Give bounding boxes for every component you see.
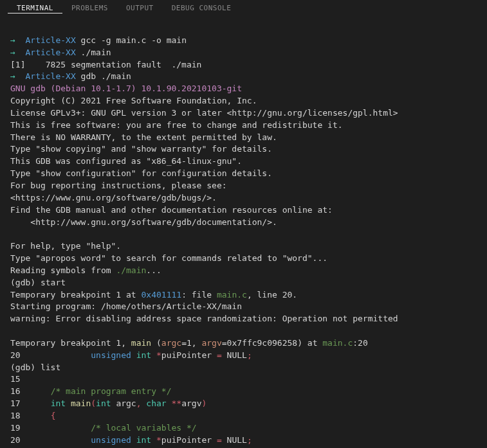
gdb-prompt: (gdb) [10, 278, 41, 287]
var: puiPointer [161, 350, 212, 360]
tab-terminal[interactable]: TERMINAL [8, 3, 62, 14]
comment: /* local variables */ [91, 423, 196, 433]
eq: =1, [181, 338, 201, 348]
bp-mid: : file [181, 290, 217, 300]
bp-post: , line 20. [247, 290, 297, 300]
kw-int: int [96, 399, 111, 408]
prompt-arrow: → [10, 35, 15, 45]
star: * [156, 435, 161, 445]
mainc: main.c [322, 338, 353, 348]
paren: ( [91, 399, 96, 408]
prompt-path: Article-XX [25, 35, 75, 45]
null: NULL [227, 350, 247, 360]
prompt-arrow: → [10, 48, 15, 57]
gdb-banner: GNU gdb (Debian 10.1-1.7) 10.1.90.202101… [10, 84, 242, 93]
kw-unsigned: unsigned [91, 350, 131, 360]
gdb-banner: <http://www.gnu.org/software/gdb/documen… [10, 217, 277, 227]
null: NULL [227, 435, 247, 445]
gdb-banner: Type "show configuration" for configurat… [10, 168, 272, 178]
argc: argc [116, 399, 136, 408]
paren: ( [151, 338, 161, 348]
gdb-banner: <https://www.gnu.org/software/gdb/bugs/>… [10, 193, 217, 202]
cmd-start: start [41, 278, 66, 287]
panel-tabs: TERMINAL PROBLEMS OUTPUT DEBUG CONSOLE [0, 0, 487, 17]
semi: ; [247, 435, 252, 445]
tab-problems[interactable]: PROBLEMS [62, 3, 117, 13]
argc: argc [161, 338, 181, 348]
bp-file: main.c [217, 290, 247, 300]
gdb-banner: License GPLv3+: GNU GPL version 3 or lat… [10, 108, 398, 118]
gdb-prompt: (gdb) [10, 363, 41, 372]
gdb-banner: Type "show copying" and "show warranty" … [10, 144, 272, 154]
bp-addr: 0x401111 [142, 290, 182, 300]
kw-int: int [136, 350, 151, 360]
gdb-banner: Copyright (C) 2021 Free Software Foundat… [10, 96, 257, 105]
cmd-gdb: gdb ./main [81, 71, 131, 81]
tab-output[interactable]: OUTPUT [117, 3, 163, 13]
prompt-path: Article-XX [25, 48, 75, 57]
gdb-banner: This GDB was configured as "x86_64-linux… [10, 156, 242, 166]
cmd-compile: gcc -g main.c -o main [81, 35, 187, 45]
line-num: 19 [10, 423, 21, 433]
func-main: main [131, 338, 151, 348]
brace: { [51, 411, 56, 420]
bp-hit: Temporary breakpoint 1, [10, 338, 131, 348]
tab-debug-console[interactable]: DEBUG CONSOLE [163, 3, 241, 13]
gdb-reading: Reading symbols from [10, 265, 116, 275]
gdb-main-path: ./main [116, 265, 146, 275]
gdb-banner: This is free software: you are free to c… [10, 120, 343, 130]
cmd-run: ./main [81, 48, 111, 57]
gdb-banner: For bug reporting instructions, please s… [10, 181, 227, 190]
kw-unsigned: unsigned [91, 435, 131, 445]
paren: ) [201, 399, 207, 408]
argv-val: =0x7ffc9c096258) at [222, 338, 323, 348]
kw-int: int [51, 399, 66, 408]
line-num: 18 [10, 411, 21, 420]
gdb-banner: Type "apropos word" to search for comman… [10, 253, 327, 263]
kw-char: char [146, 399, 166, 408]
gdb-banner: There is NO WARRANTY, to the extent perm… [10, 132, 277, 142]
starting: Starting program: /home/others/Article-X… [10, 301, 242, 311]
gdb-dots: ... [146, 265, 161, 275]
cmd-list: list [41, 363, 60, 372]
var: puiPointer [161, 435, 212, 445]
func-main: main [71, 399, 91, 408]
terminal-output[interactable]: → Article-XX gcc -g main.c -o main → Art… [0, 17, 487, 448]
segfault-line: [1] 7825 segmentation fault ./main [10, 60, 201, 69]
prompt-path: Article-XX [25, 71, 75, 81]
kw-int: int [136, 435, 151, 445]
gdb-banner: Find the GDB manual and other documentat… [10, 205, 333, 215]
eq: = [217, 350, 222, 360]
semi: ; [247, 350, 252, 360]
warning: warning: Error disabling address space r… [10, 314, 398, 323]
argv: argv [181, 399, 201, 408]
comma: , [136, 399, 142, 408]
line-num: 15 [10, 374, 21, 384]
line-num: 16 [10, 386, 21, 396]
dstar: ** [172, 399, 182, 408]
eq: = [217, 435, 222, 445]
line-num: 20 [10, 435, 21, 445]
argv: argv [201, 338, 221, 348]
line-num: 17 [10, 399, 21, 408]
star: * [156, 350, 161, 360]
line: :20 [353, 338, 367, 348]
bp-line: Temporary breakpoint 1 at [10, 290, 142, 300]
prompt-arrow: → [10, 71, 15, 81]
line-num: 20 [10, 350, 21, 360]
comment: /* main program entry */ [51, 386, 172, 396]
gdb-banner: For help, type "help". [10, 241, 121, 251]
